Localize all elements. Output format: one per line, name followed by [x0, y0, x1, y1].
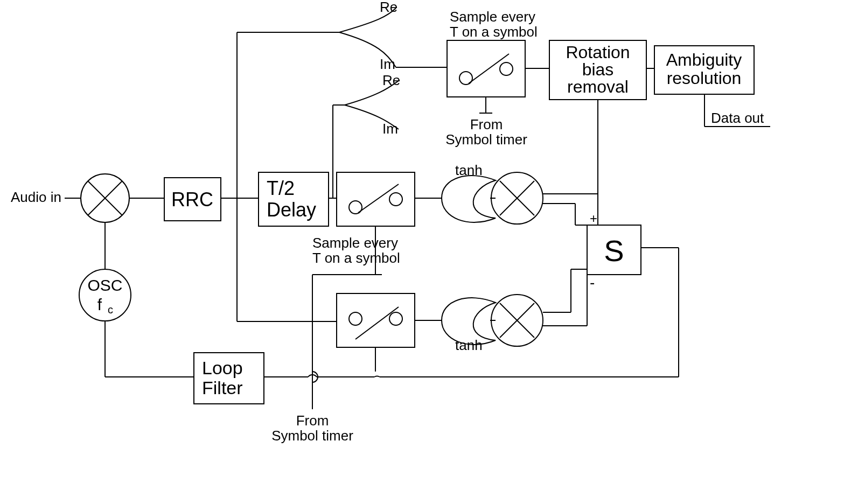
svg-rect-20: [447, 40, 525, 97]
from-st1-l2: Symbol timer: [445, 131, 527, 148]
svg-rect-48: [337, 293, 415, 347]
sum-label: S: [604, 234, 624, 268]
delay-l1: T/2: [267, 177, 295, 199]
oscillator-icon: OSC f c: [79, 269, 131, 321]
summer-block: S: [587, 225, 641, 275]
rrc-block: RRC: [164, 178, 221, 221]
multiplier-bot-icon: [491, 295, 543, 346]
im1-label: Im: [380, 56, 395, 72]
loop-filter-block: Loop Filter: [194, 353, 264, 404]
block-diagram: Audio in OSC f c RRC T/2 Delay: [0, 0, 865, 504]
multiplier-top-icon: [491, 172, 543, 224]
minus-label: -: [590, 274, 595, 291]
rot-l1: Rotation: [566, 43, 630, 62]
amb-l1: Ambiguity: [666, 50, 742, 69]
sampler-top: [447, 40, 525, 97]
rot-l3: removal: [567, 77, 629, 96]
samp-mid-l1: Sample every: [312, 235, 398, 251]
delay-block: T/2 Delay: [259, 172, 329, 226]
from-st2-l1: From: [296, 412, 329, 429]
plus-label: +: [590, 211, 597, 226]
mixer-icon: [81, 174, 129, 222]
re1-label: Re: [380, 0, 397, 15]
im2-label: Im: [382, 121, 398, 137]
re2-label: Re: [382, 72, 400, 88]
osc-fc-sub: c: [108, 304, 113, 316]
from-st1-l1: From: [470, 116, 503, 132]
sampler-mid: [337, 172, 415, 226]
tanh-bot-label: tanh: [455, 337, 483, 353]
from-st2-l2: Symbol timer: [271, 428, 353, 444]
splitter-2: Re Im: [345, 72, 400, 137]
loop-l1: Loop: [202, 358, 243, 378]
amb-l2: resolution: [667, 68, 742, 88]
tanh-bot: tanh: [442, 298, 496, 353]
samp-top-l2: T on a symbol: [450, 24, 538, 40]
rot-l2: bias: [582, 60, 614, 79]
rrc-label: RRC: [171, 188, 213, 211]
tanh-top: tanh: [442, 162, 496, 222]
ambiguity-block: Ambiguity resolution: [654, 46, 754, 94]
data-out-label: Data out: [711, 110, 764, 126]
audio-in-label: Audio in: [11, 189, 61, 205]
samp-mid-l2: T on a symbol: [312, 250, 400, 266]
osc-label: OSC: [87, 276, 122, 294]
svg-rect-33: [337, 172, 415, 226]
sampler-bot: [337, 293, 415, 347]
osc-fc-label: f: [97, 296, 102, 313]
delay-l2: Delay: [267, 199, 316, 221]
loop-l2: Filter: [202, 377, 243, 398]
samp-top-l1: Sample every: [450, 9, 535, 25]
splitter-1: Re Im: [339, 0, 397, 72]
rotation-bias-block: Rotation bias removal: [549, 40, 646, 100]
tanh-top-label: tanh: [455, 162, 483, 178]
